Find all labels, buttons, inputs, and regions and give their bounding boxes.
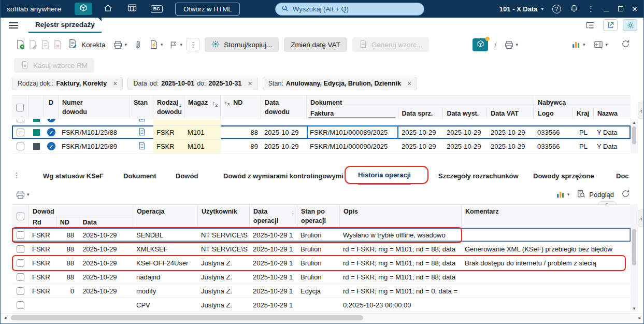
cell-data-operacji[interactable]: 2025-10-29 1 <box>250 270 297 284</box>
cell-stan[interactable] <box>130 125 153 139</box>
cell-uzytkownik[interactable]: NT SERVICE\S <box>198 242 250 256</box>
cell-operacja[interactable]: modify <box>133 284 198 298</box>
cell-data[interactable]: 2025-10-29 <box>79 270 133 284</box>
notifications-bell-button[interactable] <box>570 4 578 14</box>
cell-numer[interactable]: FSKR/M101/25/88 <box>59 125 130 139</box>
cell-data[interactable] <box>79 298 133 312</box>
cell-data[interactable]: 2025-10-29 <box>79 284 133 298</box>
share-view-button[interactable] <box>603 19 618 31</box>
scroll-right-icon[interactable]: ► <box>638 316 642 320</box>
checkbox[interactable] <box>17 231 24 239</box>
open-in-html-button[interactable]: Otwórz w HTML <box>175 3 240 16</box>
col-nazwa-header[interactable]: Nazwa <box>594 107 631 119</box>
table-row[interactable]: ✓ FSKR/M101/25/88 FSKR M101 88 2025-10-2… <box>12 125 631 139</box>
flag-button[interactable]: ▾ <box>167 38 183 51</box>
global-search[interactable] <box>275 3 424 16</box>
filter-stan[interactable]: Stan: Anulowany, Edycja, Brulion, Dzienn… <box>263 77 417 90</box>
checkbox[interactable] <box>17 287 24 295</box>
cell-rd[interactable]: FSKR <box>29 256 56 270</box>
col-rd-header[interactable]: Rd <box>29 216 56 228</box>
cell-stan-po[interactable]: Edycja <box>297 284 340 298</box>
cell-logo[interactable]: 033566 <box>534 139 573 153</box>
cell-opis[interactable]: Wysłano w trybie offline, wsadowo <box>340 228 462 242</box>
group-dowod-label[interactable]: Dowód <box>29 205 133 216</box>
cell-data-operacji[interactable]: 2025-10-29 1 <box>250 228 297 242</box>
cell-stan-po[interactable]: Brulion <box>297 270 340 284</box>
cell-komentarz[interactable]: Generowanie XML (KSeF) przebiegło bez bł… <box>462 242 631 256</box>
new-document-button[interactable] <box>14 38 26 51</box>
col-numer-header[interactable]: Numerdowodu <box>59 96 130 119</box>
cell-uzytkownik[interactable]: Justyna Z. <box>198 256 250 270</box>
detail-tabs-menu-button[interactable]: ⋮ <box>13 171 20 179</box>
col-data-dowodu-header[interactable]: Datadowodu <box>261 96 307 119</box>
select-all-checkbox-cell[interactable] <box>12 96 28 119</box>
cell-rodzaj[interactable]: FSKR <box>153 139 184 153</box>
col-d-header[interactable]: D <box>44 96 59 119</box>
cell-nd[interactable]: 88 <box>56 228 79 242</box>
cell-operacja[interactable]: XMLKSEF <box>133 242 198 256</box>
cell-magazyn[interactable]: M101 <box>184 139 221 153</box>
scroll-down-icon[interactable]: ▼ <box>631 306 638 311</box>
cell-operacja[interactable]: SENDBL <box>133 228 198 242</box>
tab-dokument[interactable]: Dokument <box>123 167 156 185</box>
cell-rd[interactable]: FSKR <box>29 270 56 284</box>
cell-operacja[interactable]: CPV <box>133 298 198 312</box>
tab-dowod[interactable]: Dowód <box>176 167 198 185</box>
attachments-button[interactable] <box>131 38 144 51</box>
filter-rodzaj-dok[interactable]: Rodzaj dok.: Faktury, Korekty × <box>12 77 123 90</box>
layout-tree-button[interactable] <box>585 21 595 29</box>
document-info-button[interactable] <box>39 38 51 51</box>
cell-uzytkownik[interactable]: Justyna Z. <box>198 270 250 284</box>
titlebar-menu-button[interactable]: ⋮ <box>587 4 595 13</box>
cell-opis[interactable]: rd = FSKR; mg = M101; nd = 88; data <box>340 242 462 256</box>
print-button[interactable]: ▾ <box>112 38 127 51</box>
col-data-wyst-header[interactable]: Data wyst. <box>443 107 487 119</box>
cell-data-operacji[interactable]: 2025-10-29 1 <box>250 242 297 256</box>
cell-nazwa[interactable]: Y Data <box>594 139 631 153</box>
col-faktura-header[interactable]: Faktura <box>307 107 398 119</box>
cell-operacja[interactable]: KSeFOFF24User <box>133 256 198 270</box>
home-button[interactable] <box>99 3 117 15</box>
cell-uzytkownik[interactable]: NT SERVICE\S <box>198 228 250 242</box>
more-actions-button[interactable]: ⋮ <box>187 38 199 51</box>
cell-data-wyst[interactable]: 2025-10-29 <box>443 139 488 153</box>
chart-view-button[interactable]: ▾ <box>570 38 585 51</box>
zmien-date-vat-button[interactable]: Zmień datę VAT <box>284 37 347 52</box>
col-nd-header[interactable]: ND <box>56 216 79 228</box>
cell-data-vat[interactable]: 2025-10-29 <box>488 125 534 139</box>
cell-rd[interactable]: FSKR <box>29 284 56 298</box>
cell-data-sprz[interactable]: 2025-10-29 <box>398 125 443 139</box>
col-komentarz-header[interactable]: Komentarz <box>462 205 631 228</box>
status-column-header[interactable] <box>28 96 44 119</box>
col-uzytkownik-header[interactable]: Użytkownik <box>198 205 250 228</box>
checkbox[interactable] <box>17 143 24 150</box>
cell-data-operacji[interactable]: 2025-10-29 1 <box>250 298 297 312</box>
table-row[interactable]: FSKR 88 2025-10-29 KSeFOFF24User Justyna… <box>12 256 631 270</box>
bottom-grid-vscrollbar[interactable]: ▼ <box>631 204 638 312</box>
cell-nd[interactable]: 88 <box>56 270 79 284</box>
right-panel-collapse-handle-top[interactable]: ‹ <box>638 102 644 119</box>
cell-data[interactable]: 2025-10-29 <box>79 256 133 270</box>
col-data-sprz-header[interactable]: Data sprz. <box>398 107 443 119</box>
cell-nd[interactable]: 88 <box>56 242 79 256</box>
col-rodzaj-header[interactable]: Rodzaj↑1dowodu <box>153 96 184 119</box>
cell-rd[interactable] <box>29 298 56 312</box>
col-stan-header[interactable]: Stan <box>130 96 153 119</box>
col-data-header[interactable]: Data <box>79 216 133 228</box>
search-input[interactable] <box>293 5 418 13</box>
cell-komentarz[interactable] <box>462 270 631 284</box>
cell-data-dowodu[interactable]: 2025-10-29 <box>261 125 307 139</box>
tab-szczegoly-rozrachunkow[interactable]: Szczegóły rozrachunków <box>438 167 519 185</box>
tab-wg-statusow-ksef[interactable]: Wg statusów KSeF <box>43 167 104 185</box>
cell-data-vat[interactable]: 2025-10-29 <box>488 139 534 153</box>
cell-data-dowodu[interactable]: 2025-10-29 <box>261 139 307 153</box>
cell-data-sprz[interactable]: 2025-10-29 <box>398 139 443 153</box>
bc-module-button[interactable]: BC <box>148 3 165 15</box>
cell-opis[interactable]: rd = FSKR; mg = M101; nd = 88; data <box>340 270 462 284</box>
cell-data-operacji[interactable]: 2025-10-29 1 <box>250 284 297 298</box>
podglad-button[interactable]: Podgląd <box>577 189 614 200</box>
panel-layout-button[interactable]: ▾ <box>592 38 608 51</box>
col-magazyn-header[interactable]: Magaz↑2 <box>184 96 221 119</box>
checkbox[interactable] <box>17 245 24 253</box>
checkbox[interactable] <box>16 104 24 111</box>
